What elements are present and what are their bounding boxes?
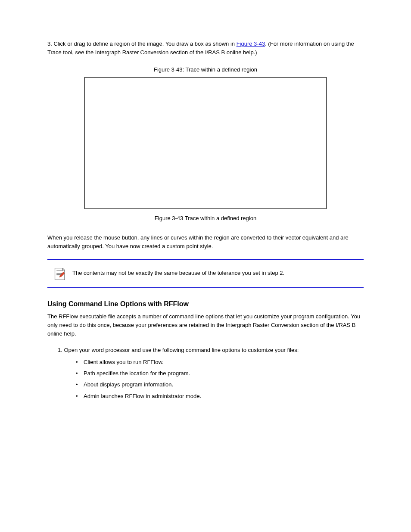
note-text: The contents may not be exactly the same… xyxy=(70,269,362,277)
bullet-about: About displays program information. xyxy=(76,380,364,389)
numbered-step-1: 1. Open your word processor and use the … xyxy=(58,346,364,355)
intro-paragraph: 3. Click or drag to define a region of t… xyxy=(47,40,364,57)
bullet-desc: launches RFFlow in administrator mode. xyxy=(100,393,201,399)
bullet-path: Path specifies the location for the prog… xyxy=(76,369,364,378)
bullet-opt: Client xyxy=(84,359,98,365)
figure-caption-top: Figure 3-43: Trace within a defined regi… xyxy=(47,66,364,73)
intro-text-before: 3. Click or drag to define a region of t… xyxy=(47,40,237,47)
bullet-desc: displays program information. xyxy=(98,381,173,388)
bullet-opt: Admin xyxy=(84,393,100,399)
bullet-client: Client allows you to run RFFlow. xyxy=(76,358,364,367)
bullet-desc: allows you to run RFFlow. xyxy=(98,359,163,365)
section-heading: Using Command Line Options with RFFlow xyxy=(47,300,364,308)
bullet-opt: About xyxy=(84,381,98,388)
figure-link[interactable]: Figure 3-43 xyxy=(237,40,265,47)
note-icon xyxy=(49,266,70,281)
figure-caption-bottom: Figure 3-43 Trace within a defined regio… xyxy=(47,215,364,221)
note-callout: The contents may not be exactly the same… xyxy=(47,259,364,288)
figure-wrapper xyxy=(47,77,364,209)
bullet-admin: Admin launches RFFlow in administrator m… xyxy=(76,392,364,401)
bullet-desc: specifies the location for the program. xyxy=(95,370,190,376)
figure-placeholder xyxy=(84,77,327,209)
section-body: The RFFlow executable file accepts a num… xyxy=(47,312,364,338)
bullet-opt: Path xyxy=(84,370,95,376)
post-figure-paragraph: When you release the mouse button, any l… xyxy=(47,233,364,251)
